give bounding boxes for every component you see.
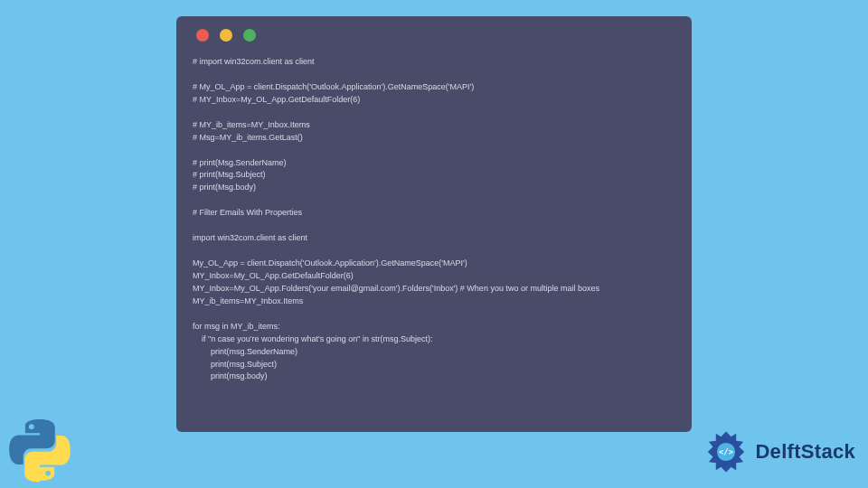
- delftstack-text: DelftStack: [755, 440, 855, 464]
- maximize-dot-icon: [243, 29, 256, 42]
- close-dot-icon: [196, 29, 209, 42]
- svg-text:</>: </>: [719, 447, 733, 456]
- window-controls: [196, 29, 675, 42]
- python-logo-icon: [7, 418, 72, 483]
- code-window: # import win32com.client as client # My_…: [176, 16, 692, 432]
- delftstack-badge-icon: </>: [701, 427, 751, 477]
- delftstack-logo: </> DelftStack: [701, 427, 855, 477]
- code-content: # import win32com.client as client # My_…: [193, 56, 675, 383]
- minimize-dot-icon: [220, 29, 232, 42]
